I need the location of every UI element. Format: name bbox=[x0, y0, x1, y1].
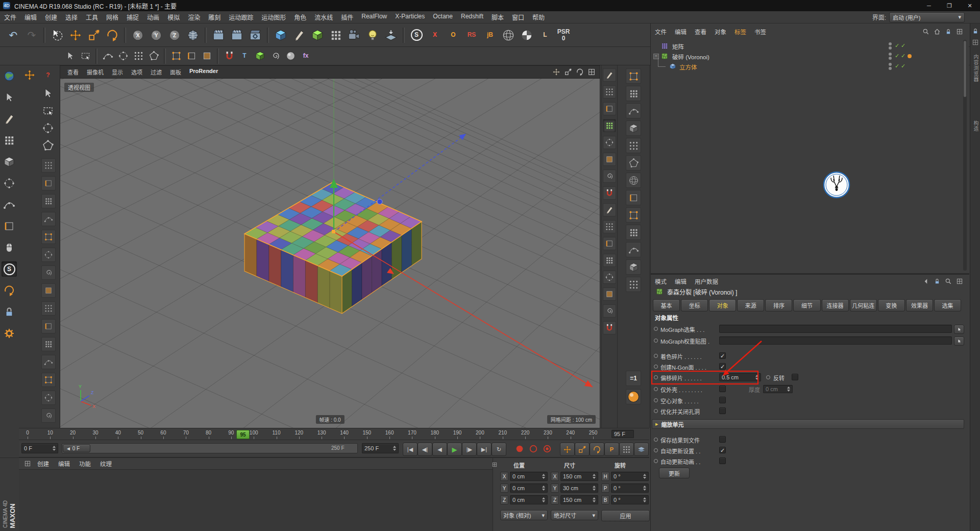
keyframe-dot[interactable] bbox=[654, 398, 658, 402]
hull-only-checkbox[interactable] bbox=[719, 385, 726, 392]
optimize-close-holes-checkbox[interactable] bbox=[719, 407, 726, 414]
invert-checkbox[interactable] bbox=[792, 374, 798, 380]
color-fragments-checkbox[interactable]: ✓ bbox=[719, 352, 726, 359]
snap-magnet-icon[interactable] bbox=[222, 49, 237, 64]
camera-icon[interactable] bbox=[345, 26, 363, 44]
coords-size-select[interactable]: 绝对尺寸▾ bbox=[551, 510, 598, 520]
menubar-item-17[interactable]: X-Particles bbox=[391, 13, 429, 21]
octane-icon[interactable]: O bbox=[444, 26, 462, 44]
side-strip-icon[interactable] bbox=[603, 170, 616, 183]
layer-manager-icon[interactable]: =1 bbox=[626, 371, 641, 386]
record-scale-toggle[interactable] bbox=[575, 443, 590, 456]
pose-icon[interactable] bbox=[2, 283, 17, 298]
keyframe-dot[interactable] bbox=[654, 438, 658, 442]
sketch-icon[interactable]: S bbox=[407, 26, 426, 44]
palette-tile[interactable] bbox=[41, 355, 56, 369]
material-burger-icon[interactable] bbox=[23, 459, 32, 468]
spline-smooth-icon[interactable] bbox=[115, 49, 131, 64]
material-menu-item-0[interactable]: 创建 bbox=[33, 460, 53, 468]
rotation-h-field[interactable]: 0 ° bbox=[611, 472, 649, 481]
array-icon[interactable] bbox=[327, 26, 345, 44]
om-scrollbar-thumb[interactable] bbox=[964, 41, 966, 97]
menubar-item-14[interactable]: 流水线 bbox=[310, 13, 337, 21]
auto-update-anim-checkbox[interactable] bbox=[719, 457, 726, 464]
xparticles-icon[interactable]: X bbox=[426, 26, 444, 44]
om-panel-icon[interactable] bbox=[955, 27, 964, 36]
side-strip-icon[interactable] bbox=[626, 138, 641, 153]
keyframe-selection-toggle[interactable] bbox=[634, 443, 649, 456]
turbulence-icon[interactable]: jB bbox=[481, 26, 499, 44]
earth-icon[interactable] bbox=[2, 68, 17, 84]
enabled-check[interactable]: ✓ bbox=[895, 63, 899, 69]
dock-panel-icon[interactable] bbox=[971, 38, 980, 47]
tab-选集[interactable]: 选集 bbox=[934, 299, 961, 311]
om-menu-item-2[interactable]: 查看 bbox=[691, 28, 710, 36]
record-options-button[interactable] bbox=[541, 443, 553, 455]
side-strip-icon[interactable] bbox=[626, 242, 641, 257]
paint-icon[interactable] bbox=[2, 111, 17, 127]
minimize-button[interactable]: ─ bbox=[919, 0, 939, 11]
link-picker-button[interactable] bbox=[954, 325, 964, 334]
primitive-cube-icon[interactable] bbox=[272, 26, 290, 44]
am-back-icon[interactable] bbox=[921, 277, 930, 286]
maximize-button[interactable]: ❐ bbox=[939, 0, 960, 11]
next-frame-button[interactable]: |▶ bbox=[462, 443, 477, 456]
menubar-item-16[interactable]: RealFlow bbox=[357, 13, 391, 21]
palette-tile[interactable] bbox=[41, 373, 56, 387]
palette-tile[interactable] bbox=[41, 248, 56, 262]
y-axis-lock-icon[interactable]: Y bbox=[147, 26, 165, 44]
timeline-ruler[interactable]: 0102030405060708090100110120130140150160… bbox=[19, 428, 649, 440]
save-result-to-file-checkbox[interactable] bbox=[719, 436, 726, 443]
menubar-item-8[interactable]: 模拟 bbox=[163, 13, 184, 21]
text-tool-icon[interactable]: T bbox=[237, 49, 252, 64]
update-button[interactable]: 更新 bbox=[659, 468, 690, 478]
record-position-toggle[interactable] bbox=[560, 443, 575, 456]
side-strip-icon[interactable] bbox=[603, 287, 616, 301]
x-axis-lock-icon[interactable]: X bbox=[129, 26, 147, 44]
om-menu-item-0[interactable]: 文件 bbox=[651, 28, 671, 36]
palette-tile[interactable] bbox=[41, 176, 56, 190]
om-search-icon[interactable] bbox=[921, 27, 930, 36]
palette-tile[interactable] bbox=[41, 158, 56, 173]
auto-update-settings-checkbox[interactable]: ✓ bbox=[719, 447, 726, 453]
light-icon[interactable] bbox=[363, 26, 382, 44]
goto-end-button[interactable]: ▶| bbox=[477, 443, 492, 456]
side-strip-icon[interactable] bbox=[603, 186, 616, 200]
palette-tile[interactable] bbox=[41, 194, 56, 208]
shaded-sphere-icon[interactable] bbox=[283, 49, 298, 64]
dock-tab-1[interactable]: 构造 bbox=[972, 120, 979, 132]
cube-stack-icon[interactable] bbox=[2, 154, 17, 170]
menubar-item-6[interactable]: 捕捉 bbox=[122, 13, 143, 21]
render-view-icon[interactable] bbox=[209, 26, 228, 44]
viewport-menu-item-5[interactable]: 面板 bbox=[166, 68, 185, 76]
record-pla-toggle[interactable] bbox=[619, 443, 634, 456]
keyframe-dot[interactable] bbox=[766, 375, 770, 379]
psr-icon[interactable]: PSR 0 bbox=[554, 26, 573, 44]
point-grid-icon[interactable] bbox=[131, 49, 146, 64]
keyframe-dot[interactable] bbox=[654, 387, 658, 391]
camera-view-label[interactable]: 透视视图 bbox=[64, 83, 94, 92]
palette-tile[interactable] bbox=[41, 230, 56, 244]
enabled-check[interactable]: ✓ bbox=[901, 42, 905, 49]
position-y-field[interactable]: 0 cm bbox=[510, 484, 548, 493]
sculpt-icon[interactable]: S bbox=[2, 261, 17, 277]
side-strip-icon[interactable] bbox=[603, 237, 616, 250]
library-icon[interactable]: L bbox=[536, 26, 554, 44]
undo-icon[interactable]: ↶ bbox=[4, 26, 22, 44]
pointer-icon[interactable] bbox=[40, 86, 56, 101]
keyframe-dot[interactable] bbox=[654, 327, 658, 331]
move-tool-icon[interactable] bbox=[66, 26, 85, 44]
spline-edit-icon[interactable] bbox=[100, 49, 115, 64]
side-strip-icon[interactable] bbox=[603, 271, 616, 284]
create-ngon-checkbox[interactable]: ✓ bbox=[719, 363, 726, 370]
visibility-dot-editor[interactable] bbox=[889, 42, 892, 45]
current-frame-marker[interactable]: 95 bbox=[236, 430, 250, 439]
side-strip-icon[interactable] bbox=[603, 68, 616, 82]
live-selection-icon[interactable] bbox=[48, 26, 66, 44]
spline-pen-icon[interactable] bbox=[290, 26, 308, 44]
position-x-field[interactable]: 0 cm bbox=[510, 472, 548, 481]
menubar-item-12[interactable]: 运动图形 bbox=[257, 13, 290, 21]
tab-连接器[interactable]: 连接器 bbox=[822, 299, 849, 311]
side-strip-icon[interactable] bbox=[626, 225, 641, 240]
menubar-item-21[interactable]: 窗口 bbox=[508, 13, 528, 21]
